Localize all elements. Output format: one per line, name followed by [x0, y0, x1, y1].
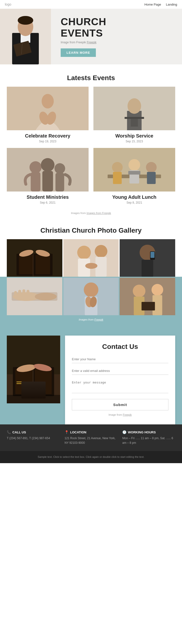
contact-form-title: Contact Us [72, 343, 168, 350]
contact-name-input[interactable] [72, 356, 168, 363]
contact-message-input[interactable] [72, 379, 168, 393]
svg-rect-59 [22, 289, 25, 298]
svg-rect-79 [17, 383, 26, 384]
svg-rect-76 [35, 369, 52, 394]
footer-col-call-text: T (234) 567-891, T (234) 987-654 [7, 436, 60, 441]
svg-point-23 [55, 163, 65, 174]
hero-learn-more-button[interactable]: LEARN MORE [61, 48, 96, 57]
gallery-item-3 [120, 239, 175, 277]
gallery-bg-section: Images from Freepik [0, 277, 182, 326]
svg-point-56 [35, 293, 57, 300]
hero-title: CHURCH EVENTS [61, 16, 106, 38]
gallery-bottom-grid [7, 278, 175, 315]
navbar: logo Home Page Landing [0, 0, 182, 9]
footer-col-hours: 🕐 WORKING HOURS Mon – Fri ….. 11 am – 8 … [122, 430, 175, 445]
svg-rect-50 [142, 260, 153, 277]
hero-image-credit: Image from Freepik Freepik [61, 41, 96, 44]
hero-freepik-link[interactable]: Freepik [87, 41, 96, 44]
events-grid: Celebrate Recovery Sep 19, 2023 Worship … [0, 87, 182, 207]
event-name-1: Celebrate Recovery [25, 133, 70, 139]
svg-point-62 [84, 282, 98, 297]
gallery-item-4 [7, 278, 62, 315]
footer-col-call: 📞 CALL US T (234) 567-891, T (234) 987-6… [7, 430, 60, 445]
events-freepik-note: Images from Images from Freepik [0, 207, 182, 217]
svg-point-19 [30, 161, 42, 173]
contact-email-input[interactable] [72, 367, 168, 375]
svg-point-67 [133, 285, 145, 297]
svg-point-47 [85, 263, 97, 269]
gallery-title: Christian Church Photo Gallery [0, 217, 182, 239]
contact-form: Submit [72, 356, 168, 410]
svg-rect-11 [7, 87, 88, 130]
event-name-2: Worship Service [115, 133, 153, 139]
hero-content: CHURCH EVENTS Image from Freepik Freepik… [51, 9, 182, 64]
svg-rect-58 [18, 290, 21, 298]
svg-rect-17 [94, 87, 175, 130]
svg-rect-34 [94, 148, 175, 192]
footer-col-location-title: 📍 LOCATION [64, 430, 118, 434]
clock-icon: 🕐 [122, 430, 126, 434]
contact-freepik-link[interactable]: Freepik [123, 413, 132, 416]
latest-events-title: Latests Events [0, 64, 182, 87]
svg-rect-42 [63, 239, 119, 277]
nav-home[interactable]: Home Page [144, 3, 161, 6]
svg-rect-82 [7, 395, 60, 403]
nav-landing[interactable]: Landing [166, 3, 177, 6]
svg-point-21 [41, 158, 55, 172]
event-card-student-ministries: Student Ministries Sep 6, 2021 [7, 148, 88, 204]
footer-col-hours-title: 🕐 WORKING HOURS [122, 430, 175, 434]
contact-section: Contact Us Submit Image from Freepik [0, 326, 182, 424]
event-date-2: Sep 15, 2023 [126, 140, 143, 143]
event-image-3 [7, 148, 88, 192]
svg-rect-52 [151, 252, 155, 258]
event-card-young-adult-lunch: Young Adult Lunch Sep 8, 2021 [94, 148, 175, 204]
footer-col-location: 📍 LOCATION 121 Rock Street, 21 Avenue, N… [64, 430, 118, 445]
events-freepik-link[interactable]: Images from Freepik [87, 212, 111, 214]
svg-rect-24 [56, 173, 64, 192]
svg-rect-60 [27, 290, 29, 298]
footer-bottom-text: Sample text. Click to select the text bo… [4, 455, 178, 459]
svg-rect-22 [42, 171, 53, 192]
event-image-4 [94, 148, 175, 192]
svg-rect-38 [35, 255, 50, 274]
gallery-section: Christian Church Photo Gallery [0, 217, 182, 326]
svg-point-4 [18, 16, 33, 25]
svg-point-45 [95, 245, 107, 258]
contact-submit-button[interactable]: Submit [72, 399, 168, 410]
gallery-top-grid [0, 239, 182, 277]
footer-col-call-title: 📞 CALL US [7, 430, 60, 434]
svg-rect-46 [95, 257, 107, 277]
event-name-3: Student Ministries [27, 194, 69, 200]
footer-bottom: Sample text. Click to select the text bo… [0, 451, 182, 463]
gallery-freepik-link[interactable]: Freepik [95, 318, 103, 321]
svg-rect-37 [19, 255, 34, 274]
svg-rect-71 [142, 302, 155, 310]
svg-rect-78 [17, 382, 30, 382]
svg-rect-20 [31, 172, 41, 192]
contact-bible-svg [7, 336, 60, 403]
contact-form-box: Contact Us Submit Image from Freepik [65, 336, 175, 424]
gallery-item-2 [63, 239, 119, 277]
phone-icon: 📞 [7, 430, 11, 434]
contact-freepik-note: Image from Freepik [72, 410, 168, 417]
event-date-1: Sep 19, 2023 [39, 140, 56, 143]
hero-image [0, 9, 51, 64]
event-card-celebrate-recovery: Celebrate Recovery Sep 19, 2023 [7, 87, 88, 143]
hero-person-svg [0, 9, 51, 64]
event-card-worship-service: Worship Service Sep 15, 2023 [94, 87, 175, 143]
logo: logo [5, 2, 11, 6]
hero-section: CHURCH EVENTS Image from Freepik Freepik… [0, 9, 182, 64]
event-date-3: Sep 6, 2021 [40, 201, 56, 204]
latest-events-section: Latests Events Celebrate Recovery Sep 19… [0, 64, 182, 217]
footer-col-location-text: 121 Rock Street, 21 Avenue, New York, NY… [64, 436, 118, 445]
footer-info-bar: 📞 CALL US T (234) 567-891, T (234) 987-6… [0, 424, 182, 451]
svg-point-69 [152, 284, 163, 296]
nav-links: Home Page Landing [144, 3, 177, 6]
gallery-item-1 [7, 239, 62, 277]
event-date-4: Sep 8, 2021 [126, 201, 142, 204]
event-image-1 [7, 87, 88, 130]
event-name-4: Young Adult Lunch [112, 194, 156, 200]
location-icon: 📍 [64, 430, 69, 434]
gallery-freepik-note: Images from Freepik [7, 315, 175, 326]
gallery-item-6 [120, 278, 175, 315]
